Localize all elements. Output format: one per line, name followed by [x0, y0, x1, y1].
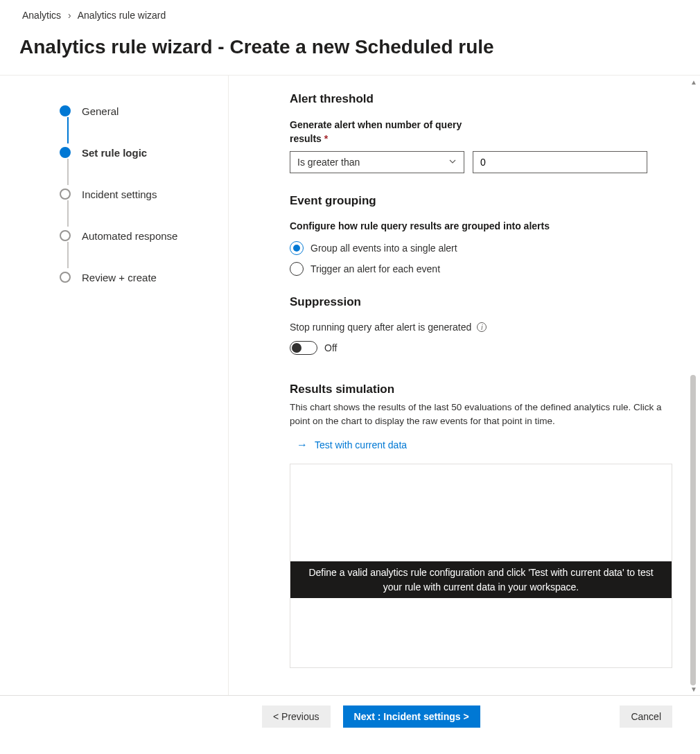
step-label: Set rule logic [82, 147, 147, 159]
step-dot-icon [60, 272, 71, 283]
required-asterisk-icon: * [324, 133, 328, 144]
step-dot-icon [60, 188, 71, 200]
toggle-state-text: Off [324, 342, 337, 353]
step-automated-response[interactable]: Automated response [60, 228, 214, 243]
scrollbar[interactable]: ▲ ▼ [690, 78, 697, 692]
step-set-rule-logic[interactable]: Set rule logic [60, 145, 214, 160]
step-label: Automated response [82, 230, 177, 242]
step-review-create[interactable]: Review + create [60, 270, 214, 285]
radio-label: Trigger an alert for each event [310, 263, 440, 274]
section-results-simulation: Results simulation [290, 383, 672, 396]
info-icon[interactable]: i [477, 322, 487, 332]
breadcrumb-root[interactable]: Analytics [22, 10, 61, 21]
arrow-right-icon: → [297, 439, 308, 451]
label-text: results [290, 133, 322, 144]
label-text: Generate alert when number of query [290, 119, 462, 130]
next-button[interactable]: Next : Incident settings > [343, 705, 480, 728]
event-grouping-sublabel: Configure how rule query results are gro… [290, 220, 672, 231]
scroll-down-arrow-icon[interactable]: ▼ [690, 685, 697, 692]
step-general[interactable]: General [60, 103, 214, 119]
radio-group-single-alert[interactable]: Group all events into a single alert [290, 241, 672, 255]
step-connector-line [67, 242, 69, 268]
previous-button[interactable]: < Previous [262, 705, 331, 728]
step-dot-icon [60, 230, 71, 241]
radio-label: Group all events into a single alert [310, 243, 457, 254]
breadcrumb-separator-icon: › [68, 10, 71, 21]
step-incident-settings[interactable]: Incident settings [60, 186, 214, 202]
step-connector-line [67, 200, 69, 227]
toggle-knob-icon [292, 343, 301, 353]
step-connector-line [67, 117, 69, 143]
section-event-grouping: Event grouping [290, 194, 672, 208]
results-chart-placeholder: Define a valid analytics rule configurat… [290, 464, 672, 668]
breadcrumb: Analytics › Analytics rule wizard [0, 0, 700, 28]
radio-icon [290, 241, 304, 255]
cancel-button[interactable]: Cancel [620, 705, 672, 728]
wizard-steps: General Set rule logic Incident settings… [60, 103, 214, 285]
chart-empty-message: Define a valid analytics rule configurat… [290, 561, 672, 598]
threshold-value-input[interactable] [480, 157, 640, 168]
scroll-thumb[interactable] [690, 375, 696, 685]
breadcrumb-current: Analytics rule wizard [78, 10, 166, 21]
alert-threshold-label: Generate alert when number of query resu… [290, 119, 672, 146]
step-label: Incident settings [82, 188, 157, 200]
step-connector-line [67, 159, 69, 185]
threshold-operator-select[interactable]: Is greater than [290, 151, 464, 173]
scroll-up-arrow-icon[interactable]: ▲ [690, 78, 697, 85]
page-title: Analytics rule wizard - Create a new Sch… [0, 28, 700, 75]
step-label: General [82, 105, 119, 117]
suppression-toggle[interactable] [290, 341, 317, 355]
results-simulation-description: This chart shows the results of the last… [290, 401, 672, 428]
link-text: Test with current data [315, 439, 407, 450]
radio-trigger-each-event[interactable]: Trigger an alert for each event [290, 262, 672, 276]
step-dot-icon [60, 147, 71, 158]
suppression-label: Stop running query after alert is genera… [290, 322, 471, 333]
section-suppression: Suppression [290, 295, 672, 309]
chevron-down-icon [448, 157, 457, 168]
threshold-value-input-wrapper [473, 151, 647, 173]
step-label: Review + create [82, 272, 157, 283]
step-dot-icon [60, 105, 71, 116]
select-value: Is greater than [297, 157, 360, 168]
section-alert-threshold: Alert threshold [290, 92, 672, 106]
test-with-current-data-link[interactable]: → Test with current data [290, 437, 672, 464]
radio-icon [290, 262, 304, 276]
